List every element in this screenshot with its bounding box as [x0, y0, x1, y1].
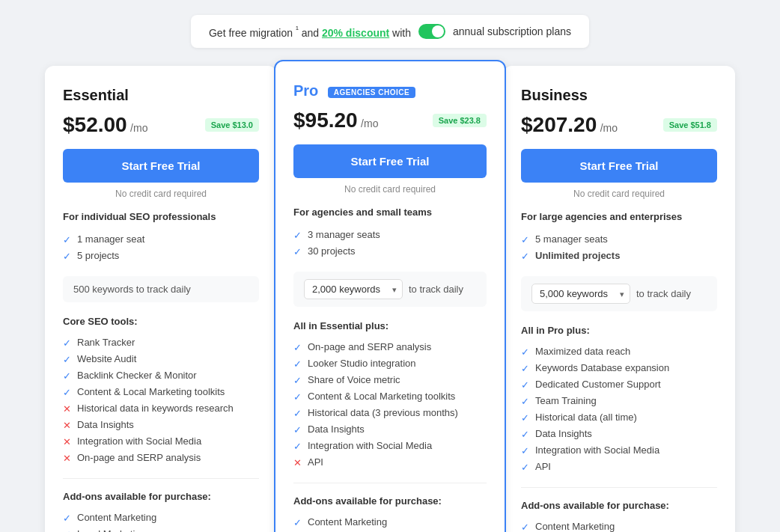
item-text: Backlink Checker & Monitor — [77, 370, 197, 381]
list-item: ✓ Dedicated Customer Support — [521, 376, 717, 393]
discount-text: 20% discount — [322, 27, 389, 39]
plan-card-pro: Pro AGENCIES CHOICE $95.20 /mo Save $23.… — [274, 60, 506, 532]
item-text: API — [308, 456, 323, 468]
x-icon: ✕ — [63, 453, 71, 464]
list-item: ✓ Data Insights — [293, 421, 487, 438]
list-item: ✓ Historical data (3 previous months) — [293, 405, 487, 421]
item-text: Content & Local Marketing toolkits — [308, 391, 455, 402]
list-item: ✕ On-page and SERP analysis — [63, 450, 259, 466]
save-badge: Save $13.0 — [205, 118, 259, 132]
plan-name: Business — [521, 87, 717, 104]
check-icon: ✓ — [293, 391, 302, 403]
plan-card-essential: Essential $52.00 /mo Save $13.0 Start Fr… — [45, 66, 277, 532]
list-item: ✓ 5 projects — [63, 248, 259, 264]
list-item: ✓ Website Audit — [63, 351, 259, 367]
item-text: Local Marketing — [77, 528, 146, 532]
x-icon: ✕ — [63, 403, 71, 415]
item-text: Data Insights — [308, 424, 365, 435]
no-cc-text: No credit card required — [293, 184, 487, 195]
item-text: Integration with Social Media — [77, 435, 201, 447]
check-icon: ✓ — [521, 234, 529, 245]
audience-text: For agencies and small teams — [293, 207, 487, 218]
item-text: Data Insights — [535, 428, 592, 439]
list-item: ✓ Local Marketing — [63, 526, 259, 532]
no-cc-text: No credit card required — [521, 189, 717, 199]
item-text: Integration with Social Media — [535, 444, 659, 456]
price-display: $95.20 /mo — [293, 108, 378, 132]
list-item: ✓ Backlink Checker & Monitor — [63, 367, 259, 384]
check-icon: ✓ — [293, 342, 302, 353]
item-text: Historical data (all time) — [535, 412, 637, 423]
addons-list: ✓ Content Marketing ✓ Local Marketing ✓ … — [293, 514, 487, 532]
pro-badge: AGENCIES CHOICE — [328, 87, 415, 98]
list-item: ✓ Historical data (all time) — [521, 409, 717, 426]
list-item: ✕ Historical data in keywords research — [63, 400, 259, 417]
list-item: ✓ 1 manager seat — [63, 231, 259, 248]
core-features-list: ✓ On-page and SERP analysis ✓ Looker Stu… — [293, 339, 487, 471]
price-row: $207.20 /mo Save $51.8 — [521, 113, 717, 137]
core-features-list: ✓ Rank Tracker ✓ Website Audit ✓ Backlin… — [63, 334, 259, 466]
item-text: On-page and SERP analysis — [77, 452, 201, 463]
check-icon: ✓ — [293, 517, 302, 528]
keywords-select-wrapper[interactable]: 2,000 keywords — [304, 279, 403, 299]
check-icon: ✓ — [293, 375, 302, 386]
item-text: 3 manager seats — [308, 229, 380, 240]
addons-list: ✓ Content Marketing ✓ Local Marketing ✓ … — [521, 519, 717, 532]
item-text: 30 projects — [308, 245, 356, 257]
item-text: Content Marketing — [308, 516, 387, 528]
addons-title: Add-ons available for purchase: — [521, 500, 717, 511]
item-text: Data Insights — [77, 419, 134, 430]
item-text: Rank Tracker — [77, 337, 135, 348]
item-text: Share of Voice metric — [308, 374, 400, 385]
list-item: ✓ On-page and SERP analysis — [293, 339, 487, 355]
item-text: Historical data in keywords research — [77, 403, 234, 414]
banner-text: Get free migration ¹ and 20% discount wi… — [209, 24, 411, 39]
list-item: ✓ 30 projects — [293, 243, 487, 260]
audience-text: For large agencies and enterprises — [521, 211, 717, 222]
list-item: ✕ Data Insights — [63, 417, 259, 433]
trial-button[interactable]: Start Free Trial — [293, 144, 487, 178]
list-item: ✓ API — [521, 459, 717, 475]
price-value: $52.00 — [63, 113, 127, 136]
keywords-select[interactable]: 2,000 keywords — [304, 279, 403, 299]
core-title: All in Essential plus: — [293, 320, 487, 331]
list-item: ✓ 3 manager seats — [293, 227, 487, 243]
keywords-select-wrapper[interactable]: 5,000 keywords — [531, 284, 630, 304]
price-display: $207.20 /mo — [521, 113, 618, 137]
list-item: ✓ Maximized data reach — [521, 343, 717, 360]
divider — [521, 487, 717, 488]
trial-button[interactable]: Start Free Trial — [63, 149, 259, 183]
check-icon: ✓ — [521, 522, 529, 532]
plan-name-row: Pro AGENCIES CHOICE — [293, 82, 487, 100]
keywords-suffix: to track daily — [636, 288, 691, 299]
list-item: ✓ Data Insights — [521, 426, 717, 442]
item-text: Keywords Database expansion — [535, 362, 669, 373]
trial-button[interactable]: Start Free Trial — [521, 149, 717, 183]
audience-text: For individual SEO professionals — [63, 211, 259, 222]
price-display: $52.00 /mo — [63, 113, 147, 137]
list-item: ✓ Keywords Database expansion — [521, 360, 717, 376]
check-icon: ✓ — [293, 441, 302, 452]
keywords-select[interactable]: 5,000 keywords — [531, 284, 630, 304]
plan-card-business: Business $207.20 /mo Save $51.8 Start Fr… — [503, 66, 735, 532]
item-text: Team Training — [535, 395, 597, 406]
check-icon: ✓ — [521, 379, 529, 391]
check-icon: ✓ — [293, 230, 302, 241]
check-icon: ✓ — [521, 396, 529, 407]
addons-title: Add-ons available for purchase: — [293, 495, 487, 507]
check-icon: ✓ — [63, 234, 71, 245]
check-icon: ✓ — [521, 251, 529, 262]
annual-toggle[interactable] — [418, 24, 445, 39]
seats-list: ✓ 5 manager seats ✓ Unlimited projects — [521, 231, 717, 264]
top-banner: Get free migration ¹ and 20% discount wi… — [191, 15, 589, 48]
addons-title: Add-ons available for purchase: — [63, 491, 259, 502]
list-item: ✓ Content Marketing — [293, 514, 487, 531]
x-icon: ✕ — [63, 420, 71, 431]
check-icon: ✓ — [521, 346, 529, 358]
list-item: ✓ Team Training — [521, 393, 717, 409]
keywords-box: 5,000 keywords to track daily — [521, 276, 717, 311]
addons-list: ✓ Content Marketing ✓ Local Marketing ✕ … — [63, 510, 259, 532]
list-item: ✓ Unlimited projects — [521, 248, 717, 264]
list-item: ✓ Content Marketing — [521, 519, 717, 532]
check-icon: ✓ — [293, 408, 302, 419]
